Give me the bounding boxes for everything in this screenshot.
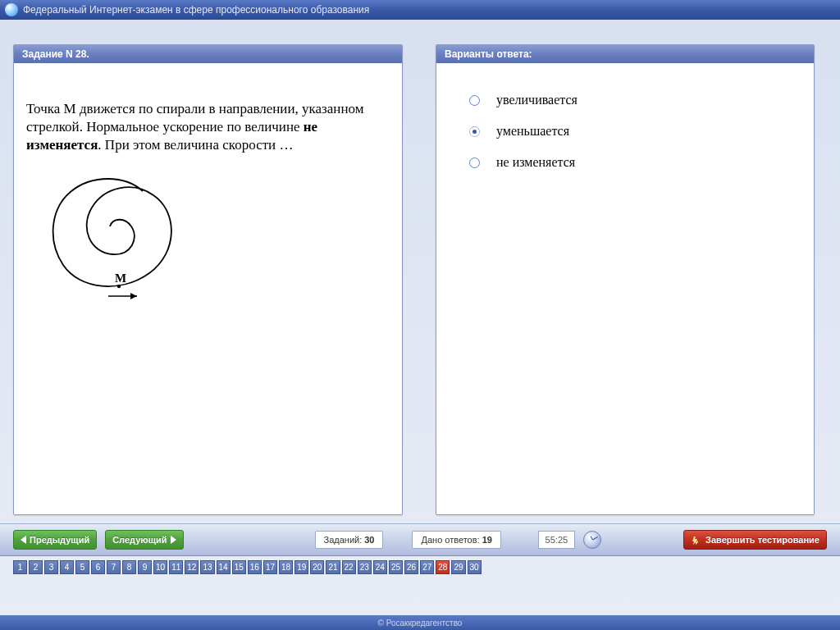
question-num-23[interactable]: 23: [358, 560, 372, 574]
answers-body: увеличивается уменьшается не изменяется: [436, 63, 814, 514]
question-num-4[interactable]: 4: [60, 560, 74, 574]
question-num-25[interactable]: 25: [389, 560, 403, 574]
question-num-7[interactable]: 7: [107, 560, 121, 574]
footer: © Росаккредагентство: [0, 615, 840, 630]
question-num-11[interactable]: 11: [169, 560, 183, 574]
question-panel: Задание N 28. Точка М движется по спирал…: [13, 44, 403, 515]
prev-button[interactable]: Предыдущий: [13, 530, 97, 550]
finish-button[interactable]: Завершить тестирование: [683, 530, 827, 550]
clock-icon: [583, 531, 601, 549]
question-num-5[interactable]: 5: [75, 560, 89, 574]
timer-display: 55:25: [538, 531, 575, 549]
point-m-label: M: [115, 272, 126, 285]
answer-label: не изменяется: [496, 155, 575, 170]
arrow-right-icon: [171, 536, 176, 544]
svg-marker-2: [130, 293, 137, 299]
question-num-6[interactable]: 6: [91, 560, 105, 574]
answer-option-3[interactable]: не изменяется: [449, 150, 801, 175]
arrow-left-icon: [21, 536, 26, 544]
run-icon: [691, 535, 701, 546]
question-number-nav: 1234567891011121314151617181920212223242…: [0, 556, 840, 578]
question-num-3[interactable]: 3: [44, 560, 58, 574]
answer-label: уменьшается: [496, 124, 569, 139]
question-num-10[interactable]: 10: [153, 560, 167, 574]
svg-point-0: [117, 285, 121, 288]
radio-icon: [469, 158, 480, 168]
question-num-27[interactable]: 27: [420, 560, 434, 574]
globe-icon: [5, 3, 18, 16]
answers-panel: Варианты ответа: увеличивается уменьшает…: [436, 44, 815, 515]
question-num-8[interactable]: 8: [122, 560, 136, 574]
question-header: Задание N 28.: [14, 45, 402, 63]
radio-icon: [469, 95, 480, 106]
question-num-19[interactable]: 19: [294, 560, 308, 574]
question-text: Точка М движется по спирали в направлени…: [26, 100, 390, 154]
question-num-21[interactable]: 21: [326, 560, 340, 574]
question-num-28[interactable]: 28: [436, 560, 450, 574]
main-area: Задание N 28. Точка М движется по спирал…: [0, 20, 840, 523]
question-num-24[interactable]: 24: [373, 560, 387, 574]
question-num-26[interactable]: 26: [404, 560, 418, 574]
radio-icon: [469, 126, 480, 137]
question-num-30[interactable]: 30: [468, 560, 482, 574]
navigation-bar: Предыдущий Следующий Заданий: 30 Дано от…: [0, 523, 840, 556]
question-body: Точка М движется по спирали в направлени…: [14, 63, 402, 514]
app-title: Федеральный Интернет-экзамен в сфере про…: [23, 4, 369, 16]
question-num-18[interactable]: 18: [279, 560, 293, 574]
answer-option-2[interactable]: уменьшается: [449, 119, 801, 144]
tasks-count-box: Заданий: 30: [315, 531, 384, 549]
question-num-12[interactable]: 12: [185, 560, 199, 574]
question-num-22[interactable]: 22: [342, 560, 356, 574]
answer-option-1[interactable]: увеличивается: [449, 88, 801, 112]
question-num-17[interactable]: 17: [263, 560, 277, 574]
next-button[interactable]: Следующий: [105, 530, 183, 550]
answer-label: увеличивается: [496, 93, 578, 107]
question-num-16[interactable]: 16: [248, 560, 262, 574]
question-num-20[interactable]: 20: [310, 560, 324, 574]
question-num-14[interactable]: 14: [217, 560, 231, 574]
question-num-1[interactable]: 1: [13, 560, 27, 574]
answered-count-box: Дано ответов: 19: [412, 531, 500, 549]
question-num-29[interactable]: 29: [451, 560, 465, 574]
answers-header: Варианты ответа:: [436, 45, 814, 63]
question-num-2[interactable]: 2: [29, 560, 43, 574]
spiral-figure: M: [26, 162, 390, 305]
question-num-15[interactable]: 15: [232, 560, 246, 574]
title-bar: Федеральный Интернет-экзамен в сфере про…: [0, 0, 840, 20]
question-num-9[interactable]: 9: [138, 560, 152, 574]
question-num-13[interactable]: 13: [200, 560, 214, 574]
